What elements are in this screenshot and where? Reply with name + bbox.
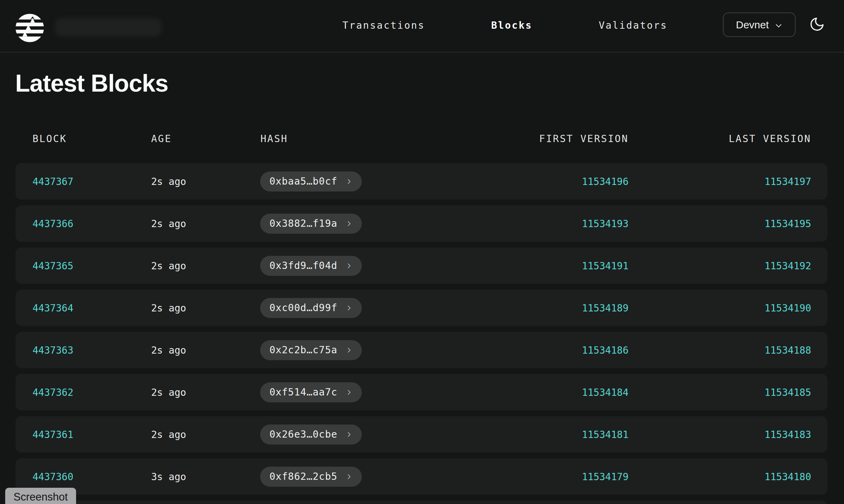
hash-label: 0xf862…2cb5 xyxy=(269,471,337,482)
table-row[interactable]: 4437361 2s ago 0x26e3…0cbe 11534181 1153… xyxy=(16,416,827,452)
first-version-link[interactable]: 11534186 xyxy=(582,344,629,356)
column-header-block: BLOCK xyxy=(33,133,67,144)
last-version-link[interactable]: 11534195 xyxy=(764,218,811,229)
chevron-right-icon xyxy=(346,389,352,396)
first-version-link[interactable]: 11534184 xyxy=(582,386,629,398)
block-number-link[interactable]: 4437362 xyxy=(33,386,73,398)
chevron-right-icon xyxy=(346,305,352,311)
theme-toggle-button[interactable] xyxy=(807,15,827,34)
block-number-link[interactable]: 4437361 xyxy=(33,429,73,440)
last-version-link[interactable]: 11534180 xyxy=(764,471,811,482)
column-header-hash: HASH xyxy=(260,133,288,144)
hash-chip[interactable]: 0xbaa5…b0cf xyxy=(260,171,362,192)
blurred-wordmark xyxy=(55,18,162,37)
first-version-link[interactable]: 11534196 xyxy=(582,176,629,187)
block-number-link[interactable]: 4437363 xyxy=(33,344,73,356)
nav-item-transactions[interactable]: Transactions xyxy=(342,20,425,31)
age-cell: 2s ago xyxy=(151,386,186,398)
chevron-right-icon xyxy=(346,262,352,269)
nav-item-validators[interactable]: Validators xyxy=(599,20,668,31)
blocks-table: 4437367 2s ago 0xbaa5…b0cf 11534196 1153… xyxy=(16,163,827,504)
table-row[interactable]: 4437367 2s ago 0xbaa5…b0cf 11534196 1153… xyxy=(16,163,827,199)
hash-chip[interactable]: 0xc00d…d99f xyxy=(260,298,362,318)
block-number-link[interactable]: 4437365 xyxy=(33,260,73,271)
chevron-right-icon xyxy=(346,178,352,185)
block-number-link[interactable]: 4437360 xyxy=(33,471,73,482)
hash-label: 0x3882…f19a xyxy=(269,218,337,229)
hash-label: 0xf514…aa7c xyxy=(269,386,337,398)
age-cell: 2s ago xyxy=(151,344,186,356)
chevron-down-icon xyxy=(774,21,783,30)
age-cell: 2s ago xyxy=(151,302,186,314)
block-number-link[interactable]: 4437366 xyxy=(33,218,73,229)
network-selector-button[interactable]: Devnet xyxy=(723,12,796,37)
table-row[interactable]: 4437364 2s ago 0xc00d…d99f 11534189 1153… xyxy=(16,290,827,326)
table-header-row: BLOCK AGE HASH FIRST VERSION LAST VERSIO… xyxy=(0,133,844,146)
age-cell: 2s ago xyxy=(151,218,186,229)
table-row[interactable]: 4437366 2s ago 0x3882…f19a 11534193 1153… xyxy=(16,205,827,242)
first-version-link[interactable]: 11534181 xyxy=(582,429,629,440)
last-version-link[interactable]: 11534192 xyxy=(764,260,811,271)
hash-chip[interactable]: 0xf862…2cb5 xyxy=(260,467,362,487)
chevron-right-icon xyxy=(346,473,352,480)
age-cell: 2s ago xyxy=(151,176,186,187)
page-title: Latest Blocks xyxy=(15,68,168,99)
block-number-link[interactable]: 4437364 xyxy=(33,302,73,314)
first-version-link[interactable]: 11534189 xyxy=(582,302,629,314)
first-version-link[interactable]: 11534191 xyxy=(582,260,629,271)
hash-chip[interactable]: 0x2c2b…c75a xyxy=(260,340,362,360)
hash-label: 0x26e3…0cbe xyxy=(269,429,337,440)
aptos-logo[interactable] xyxy=(16,14,44,42)
table-row[interactable]: 4437363 2s ago 0x2c2b…c75a 11534186 1153… xyxy=(16,332,827,368)
hash-label: 0xc00d…d99f xyxy=(269,302,337,314)
last-version-link[interactable]: 11534185 xyxy=(764,386,811,398)
chevron-right-icon xyxy=(346,220,352,227)
column-header-first-version: FIRST VERSION xyxy=(539,133,629,144)
age-cell: 2s ago xyxy=(151,429,186,440)
age-cell: 3s ago xyxy=(151,471,186,482)
hash-chip[interactable]: 0x26e3…0cbe xyxy=(260,424,362,445)
hash-chip[interactable]: 0x3fd9…f04d xyxy=(260,256,362,276)
last-version-link[interactable]: 11534197 xyxy=(764,176,811,187)
top-nav-bar: Transactions Blocks Validators Devnet xyxy=(0,0,844,53)
last-version-link[interactable]: 11534190 xyxy=(764,302,811,314)
screenshot-badge: Screenshot xyxy=(5,488,76,504)
first-version-link[interactable]: 11534193 xyxy=(582,218,629,229)
moon-icon xyxy=(809,16,825,32)
hash-chip[interactable]: 0xf514…aa7c xyxy=(260,382,362,402)
hash-label: 0x3fd9…f04d xyxy=(269,260,337,271)
network-label: Devnet xyxy=(736,19,769,31)
hash-label: 0xbaa5…b0cf xyxy=(269,176,337,187)
last-version-link[interactable]: 11534188 xyxy=(764,344,811,356)
screenshot-badge-label: Screenshot xyxy=(13,488,68,504)
table-row[interactable]: 4437360 3s ago 0xf862…2cb5 11534179 1153… xyxy=(16,458,827,495)
nav-item-blocks[interactable]: Blocks xyxy=(491,20,532,31)
hash-chip[interactable]: 0x3882…f19a xyxy=(260,214,362,234)
table-row[interactable]: 4437362 2s ago 0xf514…aa7c 11534184 1153… xyxy=(16,374,827,410)
chevron-right-icon xyxy=(346,347,352,354)
block-number-link[interactable]: 4437367 xyxy=(33,176,73,187)
chevron-right-icon xyxy=(346,431,352,438)
hash-label: 0x2c2b…c75a xyxy=(269,344,337,356)
age-cell: 2s ago xyxy=(151,260,186,271)
table-row[interactable]: 4437365 2s ago 0x3fd9…f04d 11534191 1153… xyxy=(16,248,827,284)
column-header-age: AGE xyxy=(151,133,172,144)
aptos-logo-icon xyxy=(16,14,44,42)
last-version-link[interactable]: 11534183 xyxy=(764,429,811,440)
first-version-link[interactable]: 11534179 xyxy=(582,471,629,482)
column-header-last-version: LAST VERSION xyxy=(729,133,811,144)
table-row-partial xyxy=(16,501,827,504)
